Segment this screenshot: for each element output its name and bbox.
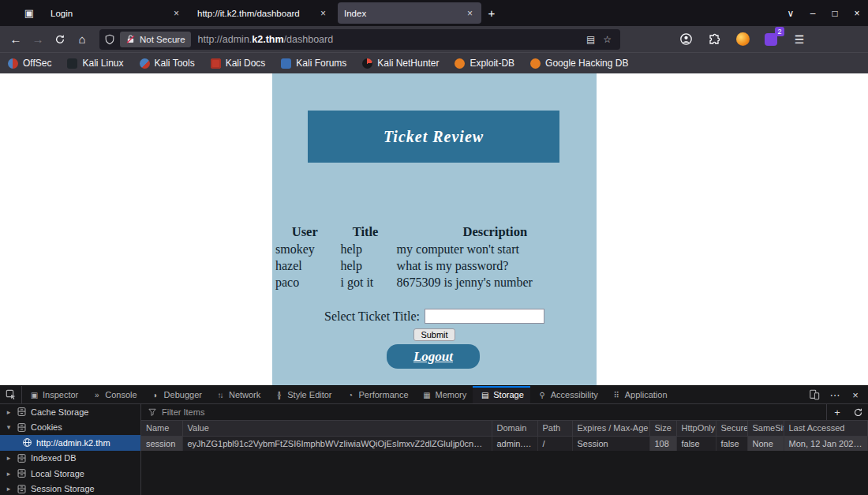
sidebar-item-session-storage[interactable]: ▸ Session Storage <box>0 482 140 495</box>
col-value[interactable]: Value <box>182 421 492 436</box>
sidebar-item-admin-k2-thm[interactable]: http://admin.k2.thm <box>0 435 140 451</box>
storage-box-icon <box>17 453 27 463</box>
col-samesite[interactable]: SameSite <box>747 421 784 436</box>
window-minimize-button[interactable]: – <box>802 3 824 24</box>
cookie-path[interactable]: / <box>537 436 572 451</box>
tab-login[interactable]: Login × <box>44 2 188 24</box>
bookmark-kali-linux[interactable]: Kali Linux <box>67 58 123 69</box>
storage-box-icon <box>17 468 27 478</box>
expand-arrow-icon[interactable]: ▸ <box>5 470 13 478</box>
tab-close-icon[interactable]: × <box>465 8 475 19</box>
reader-mode-icon[interactable]: ▤ <box>582 34 599 45</box>
devtools-tab-memory[interactable]: ▦Memory <box>415 386 473 403</box>
devtools-tab-network[interactable]: ↑↓Network <box>208 386 267 403</box>
foxyproxy-extension-icon[interactable] <box>732 29 753 50</box>
cookie-last-accessed[interactable]: Mon, 12 Jan 2026 00:… <box>784 436 867 451</box>
tab-close-icon[interactable]: × <box>318 8 328 19</box>
bookmark-star-icon[interactable]: ☆ <box>599 34 615 45</box>
sidebar-item-cookies[interactable]: ▾ Cookies <box>0 420 140 436</box>
expand-arrow-icon[interactable]: ▸ <box>5 454 13 462</box>
sidebar-item-local-storage[interactable]: ▸ Local Storage <box>0 466 140 482</box>
not-secure-chip[interactable]: Not Secure <box>120 32 191 47</box>
devtools-tab-label: Console <box>105 390 137 399</box>
cookie-expires[interactable]: Session <box>572 436 649 451</box>
style-editor-icon: {} <box>273 391 283 399</box>
forward-button[interactable]: → <box>27 29 49 50</box>
ticket-title-input[interactable] <box>425 309 544 324</box>
extensions-puzzle-icon[interactable] <box>704 29 724 50</box>
tab-close-icon[interactable]: × <box>171 8 181 19</box>
shield-permissions-icon[interactable] <box>104 34 115 45</box>
sidebar-item-label: Cache Storage <box>31 407 88 417</box>
bookmark-kali-docs[interactable]: Kali Docs <box>211 58 266 69</box>
reload-button[interactable] <box>49 29 71 50</box>
cookie-row-session[interactable]: session eyJhZG1pbl91c2VybmFtZSI6ImphbWVz… <box>141 436 867 451</box>
sidebar-item-indexed-db[interactable]: ▸ Indexed DB <box>0 451 140 467</box>
window-close-button[interactable]: × <box>846 3 868 24</box>
devtools-tab-performance[interactable]: ◔Performance <box>339 386 415 403</box>
bookmark-google-hacking-db[interactable]: Google Hacking DB <box>530 58 628 69</box>
bookmark-exploit-db[interactable]: Exploit-DB <box>455 58 514 69</box>
purple-extension-icon[interactable]: 2 <box>761 29 781 50</box>
logout-button[interactable]: Logout <box>387 344 480 369</box>
firefox-view-icon[interactable]: ▣ <box>17 3 41 24</box>
back-button[interactable]: ← <box>5 29 27 50</box>
bookmark-kali-tools[interactable]: Kali Tools <box>140 58 195 69</box>
bookmark-kali-forums[interactable]: Kali Forums <box>281 58 346 69</box>
expand-arrow-icon[interactable]: ▸ <box>5 408 13 416</box>
cookie-name[interactable]: session <box>141 436 182 451</box>
list-all-tabs-icon[interactable]: ∨ <box>780 3 802 24</box>
devtools-tab-style-editor[interactable]: {}Style Editor <box>267 386 338 403</box>
responsive-design-icon[interactable] <box>805 386 824 403</box>
cookie-secure[interactable]: false <box>716 436 747 451</box>
devtools-tab-inspector[interactable]: ▣Inspector <box>22 386 84 403</box>
home-button[interactable]: ⌂ <box>71 29 93 50</box>
sidebar-item-cache-storage[interactable]: ▸ Cache Storage <box>0 404 140 420</box>
cookie-domain[interactable]: admin.k2.thm <box>492 436 537 451</box>
ticket-title: i got it <box>338 274 394 291</box>
collapse-arrow-icon[interactable]: ▾ <box>5 423 13 431</box>
devtools-tab-console[interactable]: »Console <box>84 386 143 403</box>
extension-badge: 2 <box>775 27 784 36</box>
col-httponly[interactable]: HttpOnly <box>676 421 716 436</box>
bookmark-label: Kali Linux <box>82 58 123 69</box>
devtools-more-icon[interactable]: ⋯ <box>825 386 844 403</box>
col-size[interactable]: Size <box>649 421 676 436</box>
col-domain[interactable]: Domain <box>492 421 537 436</box>
account-icon[interactable] <box>675 29 696 50</box>
col-last-accessed[interactable]: Last Accessed <box>784 421 867 436</box>
devtools-tab-application[interactable]: ⠿Application <box>604 386 674 403</box>
inspector-icon: ▣ <box>28 391 39 399</box>
cookie-httponly[interactable]: false <box>676 436 716 451</box>
add-item-icon[interactable]: + <box>827 403 847 421</box>
filter-items-input[interactable] <box>162 404 826 420</box>
col-name[interactable]: Name <box>141 421 182 436</box>
cookie-value[interactable]: eyJhZG1pbl91c2VybmFtZSI6ImphbWVzIiwiaWQi… <box>182 436 492 451</box>
app-menu-icon[interactable]: ☰ <box>789 29 810 50</box>
bookmark-kali-nethunter[interactable]: Kali NetHunter <box>362 58 439 69</box>
devtools-tab-accessibility[interactable]: ⚲Accessibility <box>530 386 604 403</box>
bookmark-offsec[interactable]: OffSec <box>8 58 51 69</box>
col-expires[interactable]: Expires / Max-Age <box>572 421 649 436</box>
ticket-user: hazel <box>272 257 338 274</box>
expand-arrow-icon[interactable]: ▸ <box>5 485 13 493</box>
cookie-size[interactable]: 108 <box>649 436 676 451</box>
navigation-toolbar: ← → ⌂ Not Secure http://admin.k2.thm/das… <box>0 26 868 52</box>
devtools-close-icon[interactable]: × <box>846 386 865 403</box>
devtools-tab-storage[interactable]: ▤Storage <box>473 386 530 403</box>
tab-it-dashboard[interactable]: http://it.k2.thm/dashboard × <box>191 2 335 24</box>
submit-button[interactable]: Submit <box>413 328 455 341</box>
refresh-items-icon[interactable] <box>847 403 868 421</box>
storage-box-icon <box>17 407 27 417</box>
url-bar[interactable]: Not Secure http://admin.k2.thm/dashboard… <box>99 29 620 50</box>
devtools-tab-debugger[interactable]: ◗Debugger <box>144 386 208 403</box>
ticket-review-page: Ticket Review User Title Description smo… <box>272 73 597 385</box>
page-title: Ticket Review <box>383 128 484 146</box>
new-tab-button[interactable]: + <box>481 3 502 24</box>
window-maximize-button[interactable]: □ <box>824 3 846 24</box>
col-path[interactable]: Path <box>537 421 572 436</box>
cookie-samesite[interactable]: None <box>747 436 784 451</box>
col-secure[interactable]: Secure <box>716 421 747 436</box>
tab-index-active[interactable]: Index × <box>338 2 481 24</box>
element-picker-icon[interactable] <box>0 386 22 403</box>
